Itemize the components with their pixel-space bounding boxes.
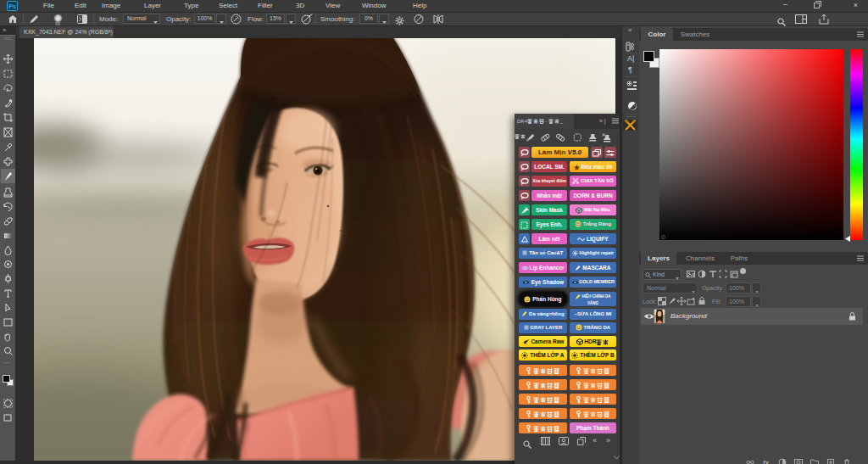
svg-text:fx: fx xyxy=(763,459,770,464)
